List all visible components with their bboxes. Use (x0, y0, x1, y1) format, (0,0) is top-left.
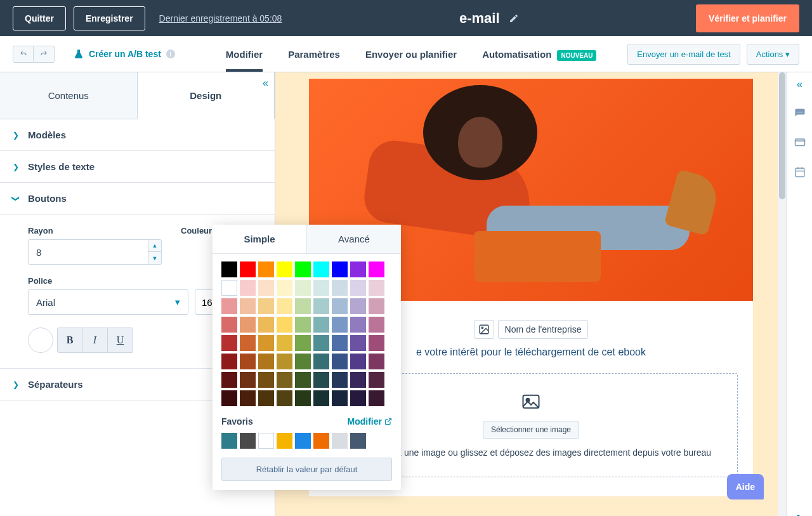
color-swatch[interactable] (369, 390, 384, 406)
color-swatch[interactable] (277, 280, 292, 296)
color-swatch[interactable] (295, 354, 311, 369)
color-swatch[interactable] (369, 335, 384, 351)
radius-input[interactable] (28, 239, 148, 265)
color-swatch[interactable] (240, 298, 256, 314)
collapse-sidebar-icon[interactable]: « (263, 77, 268, 89)
edit-title-icon[interactable] (509, 13, 519, 23)
color-swatch[interactable] (258, 298, 274, 314)
italic-button[interactable]: I (82, 327, 108, 353)
bold-button[interactable]: B (57, 327, 82, 353)
color-swatch[interactable] (258, 317, 274, 333)
color-swatch[interactable] (332, 317, 348, 333)
color-swatch[interactable] (313, 261, 329, 277)
color-swatch[interactable] (332, 390, 348, 406)
color-swatch[interactable] (240, 261, 256, 277)
color-swatch[interactable] (332, 280, 348, 296)
calendar-icon[interactable] (794, 166, 806, 178)
font-select[interactable]: Arial▾ (28, 289, 188, 315)
verify-schedule-button[interactable]: Vérifier et planifier (696, 4, 799, 32)
section-models[interactable]: ❯Modèles (0, 119, 275, 151)
select-image-button[interactable]: Sélectionner une image (483, 421, 579, 439)
comments-icon[interactable] (794, 108, 806, 119)
tab-params[interactable]: Paramètres (288, 37, 340, 71)
text-color-swatch[interactable] (28, 327, 53, 353)
favorite-swatch[interactable] (313, 433, 329, 449)
redo-button[interactable] (34, 46, 55, 63)
color-swatch[interactable] (313, 335, 329, 351)
color-swatch[interactable] (295, 372, 311, 388)
sidebar-tab-design[interactable]: Design (137, 72, 275, 119)
favorite-swatch[interactable] (350, 433, 366, 449)
save-button[interactable]: Enregistrer (74, 6, 145, 30)
color-swatch[interactable] (295, 317, 311, 333)
color-swatch[interactable] (295, 335, 311, 351)
color-swatch[interactable] (350, 261, 366, 277)
color-swatch[interactable] (277, 354, 292, 369)
reset-color-button[interactable]: Rétablir la valeur par défaut (221, 458, 392, 481)
color-swatch[interactable] (221, 335, 237, 351)
favorite-swatch[interactable] (295, 433, 311, 449)
color-swatch[interactable] (332, 372, 348, 388)
color-swatch[interactable] (221, 372, 237, 388)
undo-button[interactable] (13, 46, 34, 63)
section-text-styles[interactable]: ❯Styles de texte (0, 151, 275, 183)
favorite-swatch[interactable] (221, 433, 237, 449)
color-swatch[interactable] (240, 354, 256, 369)
color-swatch[interactable] (332, 298, 348, 314)
sidebar-tab-content[interactable]: Contenus (0, 72, 137, 119)
color-swatch[interactable] (313, 390, 329, 406)
radius-up[interactable]: ▲ (148, 239, 162, 252)
color-swatch[interactable] (295, 280, 311, 296)
color-swatch[interactable] (221, 317, 237, 333)
color-swatch[interactable] (277, 317, 292, 333)
color-swatch[interactable] (277, 390, 292, 406)
color-swatch[interactable] (277, 261, 292, 277)
color-swatch[interactable] (258, 354, 274, 369)
color-swatch[interactable] (369, 372, 384, 388)
color-swatch[interactable] (240, 317, 256, 333)
color-swatch[interactable] (221, 390, 237, 406)
color-swatch[interactable] (369, 317, 384, 333)
color-swatch[interactable] (258, 372, 274, 388)
color-swatch[interactable] (369, 280, 384, 296)
tab-edit[interactable]: Modifier (226, 37, 263, 71)
scrollbar-thumb[interactable] (779, 72, 785, 199)
color-swatch[interactable] (313, 280, 329, 296)
color-swatch[interactable] (332, 261, 348, 277)
last-saved-link[interactable]: Dernier enregistrement à 05:08 (159, 13, 282, 23)
color-swatch[interactable] (277, 372, 292, 388)
color-swatch[interactable] (350, 390, 366, 406)
color-swatch[interactable] (258, 280, 274, 296)
underline-button[interactable]: U (108, 327, 133, 353)
color-swatch[interactable] (221, 261, 237, 277)
help-button[interactable]: Aide (727, 474, 764, 499)
color-swatch[interactable] (295, 390, 311, 406)
favorite-swatch[interactable] (332, 433, 348, 449)
radius-down[interactable]: ▼ (148, 252, 162, 265)
color-swatch[interactable] (295, 261, 311, 277)
color-swatch[interactable] (258, 390, 274, 406)
popover-tab-simple[interactable]: Simple (213, 225, 307, 253)
color-swatch[interactable] (313, 317, 329, 333)
color-swatch[interactable] (240, 372, 256, 388)
color-swatch[interactable] (369, 354, 384, 369)
color-swatch[interactable] (221, 298, 237, 314)
color-swatch[interactable] (332, 335, 348, 351)
ab-test-link[interactable]: Créer un A/B test i (74, 49, 175, 59)
color-swatch[interactable] (240, 335, 256, 351)
color-swatch[interactable] (350, 372, 366, 388)
popover-tab-advanced[interactable]: Avancé (307, 225, 401, 253)
actions-dropdown[interactable]: Actions ▾ (747, 44, 799, 65)
modify-favorites-link[interactable]: Modifier (348, 416, 392, 427)
expand-rail-icon[interactable]: ❯ (795, 513, 804, 516)
color-swatch[interactable] (313, 298, 329, 314)
color-swatch[interactable] (258, 261, 274, 277)
color-swatch[interactable] (221, 354, 237, 369)
collapse-rail-icon[interactable]: « (797, 79, 802, 90)
color-swatch[interactable] (350, 354, 366, 369)
color-swatch[interactable] (350, 335, 366, 351)
company-name-chip[interactable]: Nom de l'entreprise (498, 320, 589, 339)
favorite-swatch[interactable] (240, 433, 256, 449)
color-swatch[interactable] (369, 298, 384, 314)
color-swatch[interactable] (350, 280, 366, 296)
